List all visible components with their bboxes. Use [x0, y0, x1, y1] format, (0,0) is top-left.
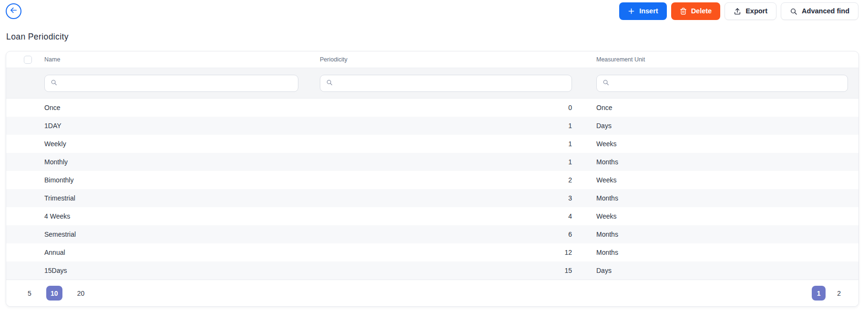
page-size-selector: 5 10 20	[24, 286, 88, 301]
name-filter	[44, 75, 298, 92]
trash-icon	[680, 8, 687, 15]
table-row[interactable]: 1DAY 1 Days	[6, 117, 858, 135]
name-filter-input[interactable]	[61, 80, 292, 87]
cell-unit: Days	[596, 122, 858, 130]
toolbar-actions: Insert Delete Export	[619, 2, 858, 20]
cell-periodicity: 2	[320, 176, 596, 184]
cell-unit: Once	[596, 104, 858, 111]
page-selector: 1 2	[812, 286, 844, 301]
advanced-find-button-label: Advanced find	[802, 8, 849, 15]
page-title: Loan Periodicity	[6, 32, 868, 42]
export-button-label: Export	[745, 8, 767, 15]
column-header-measurement-unit[interactable]: Measurement Unit	[596, 56, 858, 63]
top-bar: Insert Delete Export	[0, 0, 868, 20]
cell-unit: Months	[596, 158, 858, 166]
delete-button[interactable]: Delete	[671, 2, 721, 20]
periodicity-filter-input[interactable]	[337, 80, 566, 87]
cell-periodicity: 1	[320, 122, 596, 130]
table-body: Once 0 Once 1DAY 1 Days Weekly 1 Weeks M…	[6, 99, 858, 280]
delete-button-label: Delete	[691, 8, 712, 15]
table-row[interactable]: 4 Weeks 4 Weeks	[6, 207, 858, 225]
cell-name: 4 Weeks	[44, 212, 320, 220]
back-button[interactable]	[6, 3, 21, 19]
table-row[interactable]: Semestrial 6 Months	[6, 225, 858, 243]
cell-periodicity: 0	[320, 104, 596, 111]
table-row[interactable]: Monthly 1 Months	[6, 153, 858, 171]
table-row[interactable]: Annual 12 Months	[6, 243, 858, 261]
cell-unit: Weeks	[596, 212, 858, 220]
cell-name: Semestrial	[44, 231, 320, 238]
measurement-unit-filter	[596, 75, 848, 92]
cell-name: Monthly	[44, 158, 320, 166]
cell-periodicity: 4	[320, 212, 596, 220]
search-icon	[51, 79, 57, 88]
advanced-find-button[interactable]: Advanced find	[781, 2, 858, 20]
cell-name: Bimonthly	[44, 176, 320, 184]
search-icon	[790, 8, 797, 15]
cell-name: 15Days	[44, 267, 320, 274]
cell-unit: Days	[596, 267, 858, 274]
loan-periodicity-table: Name Periodicity Measurement Unit	[6, 51, 859, 307]
export-button[interactable]: Export	[725, 2, 776, 20]
arrow-left-icon	[10, 6, 18, 16]
page-size-20[interactable]: 20	[74, 286, 88, 301]
plus-icon	[628, 8, 635, 15]
cell-periodicity: 15	[320, 267, 596, 274]
table-row[interactable]: Weekly 1 Weeks	[6, 135, 858, 153]
cell-unit: Weeks	[596, 176, 858, 184]
cell-periodicity: 3	[320, 194, 596, 202]
table-filter-row	[6, 68, 858, 99]
column-header-periodicity[interactable]: Periodicity	[320, 56, 596, 63]
cell-name: Weekly	[44, 140, 320, 148]
table-row[interactable]: Once 0 Once	[6, 99, 858, 117]
search-icon	[602, 79, 609, 88]
cell-periodicity: 6	[320, 231, 596, 238]
cell-name: Annual	[44, 249, 320, 256]
cell-name: Once	[44, 104, 320, 111]
select-all-checkbox[interactable]	[24, 56, 32, 64]
search-icon	[326, 79, 333, 88]
insert-button-label: Insert	[639, 8, 658, 15]
page-size-5[interactable]: 5	[24, 286, 35, 301]
table-row[interactable]: Trimestrial 3 Months	[6, 189, 858, 207]
cell-unit: Months	[596, 231, 858, 238]
column-header-name[interactable]: Name	[44, 56, 320, 63]
cell-unit: Months	[596, 249, 858, 256]
periodicity-filter	[320, 75, 572, 92]
table-row[interactable]: Bimonthly 2 Weeks	[6, 171, 858, 189]
cell-periodicity: 12	[320, 249, 596, 256]
table-header-row: Name Periodicity Measurement Unit	[6, 51, 858, 68]
table-row[interactable]: 15Days 15 Days	[6, 261, 858, 280]
cell-periodicity: 1	[320, 158, 596, 166]
table-footer: 5 10 20 1 2	[6, 280, 858, 306]
cell-periodicity: 1	[320, 140, 596, 148]
page-2[interactable]: 2	[834, 286, 844, 301]
measurement-unit-filter-input[interactable]	[613, 80, 842, 87]
upload-icon	[734, 8, 741, 15]
insert-button[interactable]: Insert	[619, 2, 667, 20]
cell-unit: Months	[596, 194, 858, 202]
page-size-10[interactable]: 10	[46, 286, 62, 301]
cell-name: 1DAY	[44, 122, 320, 130]
page-1[interactable]: 1	[812, 286, 826, 301]
cell-unit: Weeks	[596, 140, 858, 148]
cell-name: Trimestrial	[44, 194, 320, 202]
